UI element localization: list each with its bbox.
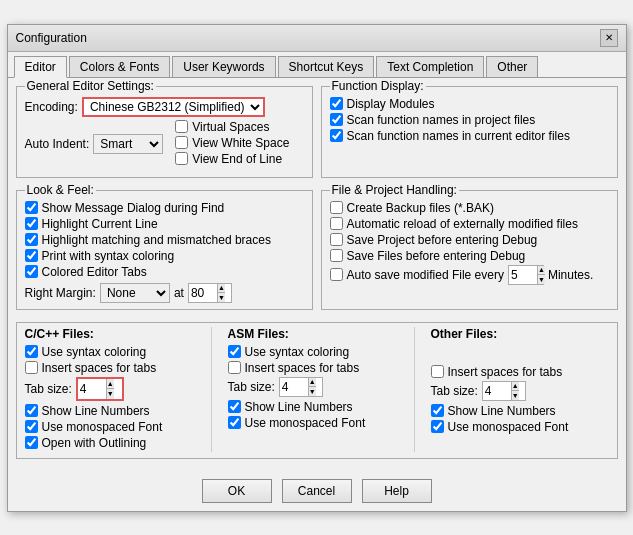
- auto-save-checkbox[interactable]: [330, 268, 343, 281]
- other-show-line-checkbox[interactable]: [431, 404, 444, 417]
- scan-project-checkbox[interactable]: [330, 113, 343, 126]
- cancel-button[interactable]: Cancel: [282, 479, 352, 503]
- other-monospaced-row: Use monospaced Font: [431, 420, 609, 434]
- files-section: C/C++ Files: Use syntax coloring Insert …: [16, 322, 618, 459]
- scan-project-row: Scan function names in project files: [330, 113, 609, 127]
- print-syntax-row: Print with syntax coloring: [25, 249, 304, 263]
- ok-button[interactable]: OK: [202, 479, 272, 503]
- asm-tab-size-label: Tab size:: [228, 380, 275, 394]
- virtual-spaces-label: Virtual Spaces: [192, 120, 269, 134]
- cpp-monospaced-checkbox[interactable]: [25, 420, 38, 433]
- auto-indent-label: Auto Indent:: [25, 137, 90, 151]
- margin-spinbox: ▲ ▼: [188, 283, 232, 303]
- other-tab-size-label: Tab size:: [431, 384, 478, 398]
- auto-save-down-button[interactable]: ▼: [538, 275, 545, 284]
- cpp-tab-up[interactable]: ▲: [107, 379, 114, 390]
- asm-show-line-label: Show Line Numbers: [245, 400, 353, 414]
- save-before-debug-checkbox[interactable]: [330, 233, 343, 246]
- cpp-outlining-row: Open with Outlining: [25, 436, 203, 450]
- display-modules-checkbox[interactable]: [330, 97, 343, 110]
- main-content: General Editor Settings: Encoding: Chine…: [8, 78, 626, 473]
- colored-tabs-row: Colored Editor Tabs: [25, 265, 304, 279]
- cpp-insert-spaces-checkbox[interactable]: [25, 361, 38, 374]
- cpp-show-line-row: Show Line Numbers: [25, 404, 203, 418]
- auto-save-arrows: ▲ ▼: [537, 266, 545, 284]
- cpp-tab-size-box: ▲ ▼: [76, 377, 124, 401]
- cpp-monospaced-label: Use monospaced Font: [42, 420, 163, 434]
- other-tab-down[interactable]: ▼: [512, 391, 519, 400]
- view-white-space-checkbox[interactable]: [175, 136, 188, 149]
- cpp-files-title: C/C++ Files:: [25, 327, 203, 341]
- general-editor-section: General Editor Settings: Encoding: Chine…: [16, 86, 313, 178]
- cpp-show-line-checkbox[interactable]: [25, 404, 38, 417]
- margin-up-button[interactable]: ▲: [218, 284, 225, 294]
- asm-insert-spaces-row: Insert spaces for tabs: [228, 361, 406, 375]
- cpp-outlining-checkbox[interactable]: [25, 436, 38, 449]
- tab-other[interactable]: Other: [486, 56, 538, 77]
- cpp-insert-spaces-label: Insert spaces for tabs: [42, 361, 157, 375]
- create-backup-row: Create Backup files (*.BAK): [330, 201, 609, 215]
- other-files-title: Other Files:: [431, 327, 609, 341]
- cpp-outlining-label: Open with Outlining: [42, 436, 147, 450]
- tab-user-keywords[interactable]: User Keywords: [172, 56, 275, 77]
- highlight-current-row: Highlight Current Line: [25, 217, 304, 231]
- highlight-braces-checkbox[interactable]: [25, 233, 38, 246]
- tab-text-completion[interactable]: Text Completion: [376, 56, 484, 77]
- asm-monospaced-checkbox[interactable]: [228, 416, 241, 429]
- display-modules-row: Display Modules: [330, 97, 609, 111]
- asm-show-line-checkbox[interactable]: [228, 400, 241, 413]
- create-backup-checkbox[interactable]: [330, 201, 343, 214]
- scan-editor-row: Scan function names in current editor fi…: [330, 129, 609, 143]
- margin-down-button[interactable]: ▼: [218, 293, 225, 302]
- auto-save-spinbox: ▲ ▼: [508, 265, 544, 285]
- tab-colors-fonts[interactable]: Colors & Fonts: [69, 56, 170, 77]
- right-margin-select[interactable]: None: [100, 283, 170, 303]
- auto-save-minutes-input[interactable]: [509, 266, 537, 284]
- cpp-tab-size-input[interactable]: [78, 379, 106, 399]
- asm-insert-spaces-label: Insert spaces for tabs: [245, 361, 360, 375]
- other-tab-size-row: Tab size: ▲ ▼: [431, 381, 609, 401]
- other-tab-spinbox: ▲ ▼: [482, 381, 526, 401]
- asm-files-col: ASM Files: Use syntax coloring Insert sp…: [220, 327, 415, 452]
- tab-shortcut-keys[interactable]: Shortcut Keys: [278, 56, 375, 77]
- help-button[interactable]: Help: [362, 479, 432, 503]
- other-tab-up[interactable]: ▲: [512, 382, 519, 392]
- button-bar: OK Cancel Help: [8, 473, 626, 511]
- asm-tab-size-input[interactable]: [280, 378, 308, 396]
- colored-tabs-checkbox[interactable]: [25, 265, 38, 278]
- other-tab-size-input[interactable]: [483, 382, 511, 400]
- other-insert-spaces-checkbox[interactable]: [431, 365, 444, 378]
- other-monospaced-checkbox[interactable]: [431, 420, 444, 433]
- asm-tab-arrows: ▲ ▼: [308, 378, 316, 396]
- auto-reload-checkbox[interactable]: [330, 217, 343, 230]
- highlight-current-checkbox[interactable]: [25, 217, 38, 230]
- print-syntax-checkbox[interactable]: [25, 249, 38, 262]
- cpp-files-col: C/C++ Files: Use syntax coloring Insert …: [25, 327, 212, 452]
- view-end-of-line-checkbox[interactable]: [175, 152, 188, 165]
- tab-editor[interactable]: Editor: [14, 56, 67, 78]
- encoding-select[interactable]: Chinese GB2312 (Simplified): [82, 97, 265, 117]
- auto-reload-row: Automatic reload of externally modified …: [330, 217, 609, 231]
- close-button[interactable]: ✕: [600, 29, 618, 47]
- virtual-spaces-checkbox[interactable]: [175, 120, 188, 133]
- cpp-tab-down[interactable]: ▼: [107, 389, 114, 399]
- at-label: at: [174, 286, 184, 300]
- asm-tab-up[interactable]: ▲: [309, 378, 316, 388]
- auto-indent-select[interactable]: Smart: [93, 134, 163, 154]
- scan-editor-label: Scan function names in current editor fi…: [347, 129, 570, 143]
- highlight-current-label: Highlight Current Line: [42, 217, 158, 231]
- file-project-title: File & Project Handling:: [330, 183, 459, 197]
- auto-save-up-button[interactable]: ▲: [538, 266, 545, 276]
- margin-number-input[interactable]: [189, 284, 217, 302]
- asm-files-title: ASM Files:: [228, 327, 406, 341]
- asm-tab-down[interactable]: ▼: [309, 387, 316, 396]
- show-message-checkbox[interactable]: [25, 201, 38, 214]
- asm-use-syntax-checkbox[interactable]: [228, 345, 241, 358]
- other-tab-arrows: ▲ ▼: [511, 382, 519, 400]
- cpp-use-syntax-checkbox[interactable]: [25, 345, 38, 358]
- save-files-debug-checkbox[interactable]: [330, 249, 343, 262]
- scan-editor-checkbox[interactable]: [330, 129, 343, 142]
- asm-insert-spaces-checkbox[interactable]: [228, 361, 241, 374]
- cpp-use-syntax-label: Use syntax coloring: [42, 345, 147, 359]
- save-before-debug-row: Save Project before entering Debug: [330, 233, 609, 247]
